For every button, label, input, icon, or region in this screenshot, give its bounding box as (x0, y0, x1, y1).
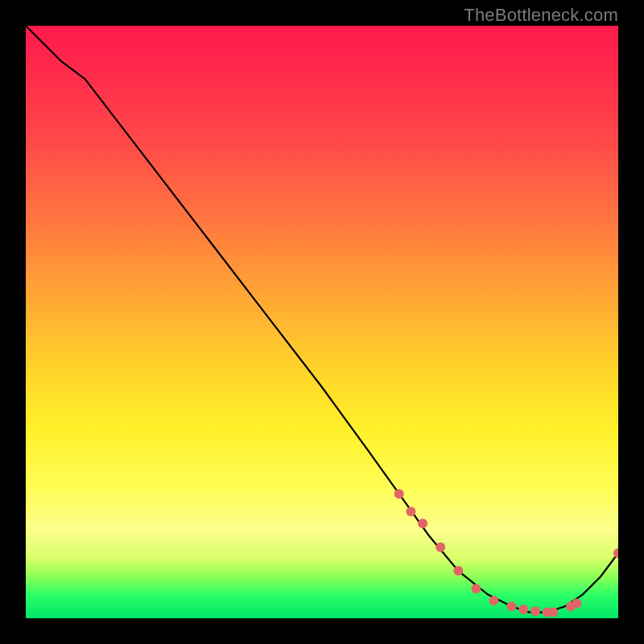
marker-dot (548, 608, 558, 617)
marker-dot (406, 507, 415, 517)
marker-dot (453, 566, 463, 576)
marker-dot (613, 548, 618, 558)
watermark-text: TheBottleneck.com (464, 5, 618, 26)
bottleneck-curve (26, 26, 618, 618)
marker-dot (518, 605, 528, 614)
marker-dot (507, 601, 517, 611)
curve-line (26, 26, 618, 613)
marker-dot (394, 489, 404, 498)
chart-frame: TheBottleneck.com (0, 0, 644, 644)
marker-dot (418, 518, 427, 528)
marker-dot (436, 543, 445, 552)
marker-dot (530, 606, 540, 616)
plot-area (26, 26, 618, 618)
marker-dot (489, 596, 498, 605)
marker-dot (572, 599, 582, 609)
marker-dot (471, 584, 481, 593)
highlighted-markers (394, 489, 618, 617)
